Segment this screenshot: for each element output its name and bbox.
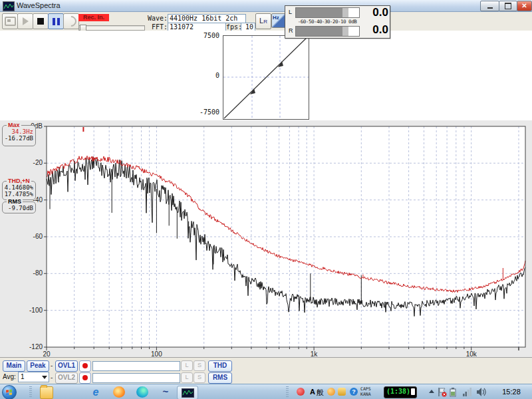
thd-readout-box: THD,+N 4.14680% 17.4785% (2, 181, 36, 200)
bottom-control-bar: Main Peak - OVL1 L S THD Avg: 1 - OVL2 L… (0, 357, 532, 384)
taskbar-clock[interactable]: 15:28 (495, 388, 528, 396)
meter-value-left: 0.0 (360, 6, 388, 19)
lr-sub-label: R (263, 19, 267, 25)
taskbar-wavespectra-button[interactable] (177, 386, 198, 399)
app-icon (3, 1, 15, 11)
wavespectra-mini-icon (182, 388, 194, 398)
close-icon: ✕ (521, 3, 527, 9)
ovl2-load-button[interactable]: L (181, 372, 193, 383)
pause-icon (53, 18, 60, 25)
svg-text:-60: -60 (33, 233, 43, 240)
svg-text:20: 20 (43, 350, 51, 357)
svg-text:-20: -20 (33, 159, 43, 166)
tray-icon-red[interactable] (297, 388, 305, 396)
thd-value-2: 17.4785% (3, 191, 35, 198)
tray-icon-orange[interactable] (327, 388, 335, 396)
ovl1-save-button[interactable]: S (194, 360, 205, 371)
action-center-flag-icon[interactable] (437, 387, 447, 397)
ovl2-button[interactable]: OVL2 (55, 372, 78, 384)
maximize-icon (505, 3, 511, 9)
rms-value: -9.70dB (3, 205, 35, 211)
loop-button[interactable] (63, 13, 79, 29)
meter-scale: -60-50-40-30-20-10 0dB (292, 19, 362, 25)
ovl1-load-button[interactable]: L (181, 360, 193, 371)
dash-1: - (51, 362, 53, 369)
scope-label-mid: 0 (197, 72, 219, 79)
fps-label: fps: (226, 23, 242, 31)
window-title: WaveSpectra (17, 1, 61, 9)
peak-button[interactable]: Peak (27, 360, 49, 372)
internet-explorer-icon[interactable]: e (90, 386, 102, 398)
wave-format-field: 44100Hz 16bit 2ch (168, 14, 246, 23)
main-button[interactable]: Main (3, 360, 25, 372)
battery-time-value: (1:38) (386, 388, 410, 395)
loop-icon (64, 14, 79, 29)
battery-time-widget[interactable]: (1:38) (384, 386, 417, 398)
pause-button[interactable] (48, 13, 64, 29)
open-file-button[interactable] (2, 13, 18, 29)
firefox-icon[interactable] (113, 386, 125, 398)
meter-bar-right (295, 26, 360, 37)
meter-value-right: 0.0 (360, 23, 388, 37)
minimize-button[interactable] (480, 1, 499, 11)
help-tray-icon[interactable]: ? (350, 388, 358, 396)
max-readout-box: Max 34.3Hz -16.27dB (2, 125, 36, 146)
ovl1-button[interactable]: OVL1 (55, 360, 78, 372)
position-slider[interactable] (78, 25, 145, 31)
stop-button[interactable] (33, 13, 49, 29)
speaker-icon[interactable] (477, 388, 486, 396)
rec-in-indicator: Rec. In. (78, 14, 109, 21)
ovl1-record-button[interactable] (79, 360, 91, 372)
ovl2-file-field[interactable] (92, 373, 180, 383)
channel-lr-button[interactable]: LR (255, 13, 271, 29)
rms-button[interactable]: RMS (208, 372, 232, 384)
play-icon (23, 17, 29, 25)
ime-mode-indicator[interactable]: A (310, 388, 315, 396)
title-bar: WaveSpectra ✕ (0, 0, 532, 12)
record-dot-icon (82, 363, 88, 368)
tray-icon-yellow[interactable] (338, 388, 346, 396)
chevron-down-icon (42, 376, 47, 379)
wavespectra-screen: WaveSpectra ✕ Rec. In. Wave: 44100Hz 16b… (0, 0, 532, 399)
edge-icon[interactable] (136, 386, 148, 398)
thd-title: THD,+N (7, 178, 31, 184)
tray-grip (286, 386, 289, 398)
avg-label: Avg: (3, 373, 16, 380)
level-meter-panel: L -60-50-40-30-20-10 0dB R 0.0 0.0 (285, 5, 390, 39)
thd-button[interactable]: THD (208, 360, 232, 372)
svg-text:-100: -100 (29, 307, 43, 314)
start-button[interactable] (2, 385, 17, 399)
max-title: Max (7, 122, 21, 128)
stop-icon (37, 18, 44, 25)
ime-kanji-indicator[interactable]: 般 (317, 388, 324, 398)
dash-2: - (51, 374, 53, 381)
spectrum-plot[interactable]: 201001k10k0dB-20-40-60-80-100-120 (0, 120, 532, 357)
avg-select[interactable]: 1 (18, 372, 49, 382)
taskbar: e ~ A 般 ? CAPS KANA (1:38) (0, 384, 532, 399)
max-frequency-value: 34.3Hz (3, 128, 35, 135)
scope-label-bottom: -7500 (197, 108, 219, 116)
avg-value: 1 (21, 373, 25, 380)
ovl2-save-button[interactable]: S (194, 372, 205, 383)
show-hidden-icons-button[interactable] (429, 390, 434, 393)
hz-db-scale-button[interactable]: Hz (271, 13, 286, 28)
main-toolbar: Rec. In. Wave: 44100Hz 16bit 2ch FFT: 13… (0, 12, 532, 31)
max-level-value: -16.27dB (3, 135, 35, 142)
maximize-button[interactable] (499, 1, 517, 11)
open-file-icon (5, 17, 16, 26)
spectrum-area: 201001k10k0dB-20-40-60-80-100-120 Max 34… (0, 120, 532, 357)
close-button[interactable]: ✕ (517, 1, 532, 11)
battery-tray-icon[interactable] (450, 388, 456, 397)
svg-text:100: 100 (151, 350, 162, 357)
network-signal-icon[interactable] (463, 388, 472, 396)
meter-bar-left (295, 7, 360, 18)
ime-caps-kana-indicator[interactable]: CAPS KANA (360, 386, 377, 397)
caps-label: CAPS (360, 386, 377, 392)
ovl1-file-field[interactable] (92, 361, 180, 371)
meter-l-label: L (289, 9, 292, 15)
ovl2-record-button[interactable] (79, 372, 91, 384)
play-button[interactable] (17, 13, 33, 29)
explorer-icon[interactable] (40, 386, 53, 399)
record-dot-icon (82, 375, 88, 380)
wave-app-icon[interactable]: ~ (160, 386, 172, 398)
